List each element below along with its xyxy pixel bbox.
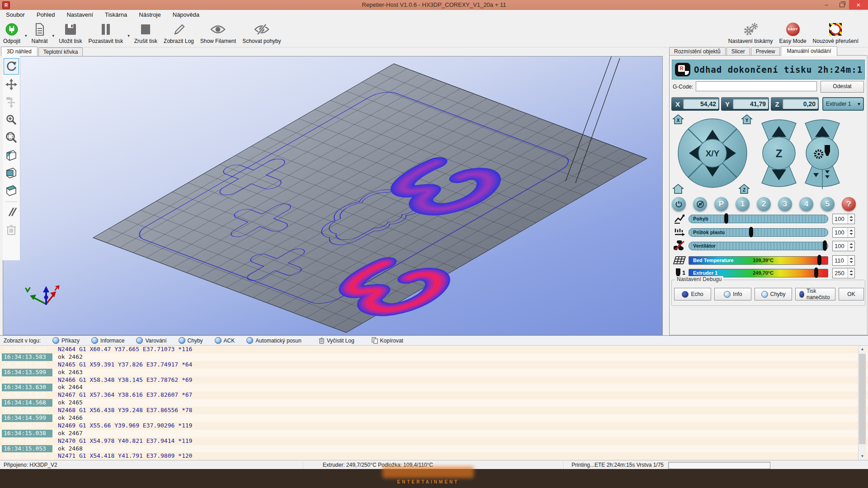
log-filter-toggle[interactable]: Varování [136,337,166,344]
front-view-button[interactable] [4,165,19,180]
debug-echo-button[interactable]: Echo [674,288,711,300]
log-row: 16:34:13.630 N2467 G1 X57.364 Y38.616 E3… [0,391,868,399]
extruder-select[interactable]: Extruder 1 ▾ [822,97,864,111]
flow-slider[interactable]: Průtok plastu [689,228,828,237]
emergency-stop-button[interactable]: Nouzové přerušení [810,20,862,47]
slider-thumb[interactable] [724,213,728,224]
help-button[interactable]: ? [842,197,856,211]
show-filament-button[interactable]: Show Filament [197,20,239,47]
xy-pad[interactable]: X/Y [678,119,747,188]
menu-soubor[interactable]: Soubor [0,10,31,20]
tab-slicer[interactable]: Slicer [726,47,750,56]
move-view-button[interactable] [4,77,19,92]
home-all-button[interactable] [673,184,683,193]
tab-3d-view[interactable]: 3D náhled [1,47,38,56]
temp-thumb[interactable] [814,267,818,278]
preset-5-button[interactable]: 5 [821,197,835,211]
scroll-down-icon[interactable]: ▼ [859,453,866,460]
temp-thumb[interactable] [817,255,821,265]
spinner-arrows[interactable] [848,241,854,251]
scroll-up-icon[interactable]: ▲ [859,346,866,353]
parallel-projection-button[interactable] [4,204,19,220]
extruder-control[interactable] [805,120,840,189]
pause-print-button[interactable]: Pozastavit tisk [85,20,126,47]
bed-temperature-bar[interactable]: Bed Temperature 109,39°C [689,256,828,265]
copy-log-button[interactable]: Kopírovat [372,337,403,344]
close-button[interactable]: × [849,0,868,9]
stop-print-button[interactable]: Zrušit tisk [131,20,160,47]
x-axis-label: X [672,100,683,108]
log-filter-toggle[interactable]: Informace [91,337,124,344]
printer-settings-button[interactable]: Nastavení tiskárny [725,20,776,47]
log-output[interactable]: 16:34:13.583 N2464 G1 X60.47 Y37.665 E37… [0,346,868,460]
slider-thumb[interactable] [749,227,753,237]
log-filter-toggle[interactable]: Chyby [179,337,203,344]
hide-travel-moves-button[interactable]: Schovat pohyby [239,20,284,47]
scrollbar-thumb[interactable] [859,354,866,444]
top-view-button[interactable] [4,183,19,198]
spinner-arrows[interactable] [848,228,854,237]
menu-napoveda[interactable]: Nápověda [167,10,205,20]
disconnect-button[interactable]: Odpojit [0,20,24,47]
log-timestamp: 16:34:13.630 [4,391,46,399]
tab-manual-control[interactable]: Manuální ovládání [781,46,837,56]
chevron-down-icon[interactable]: ▾ [126,33,131,38]
log-scrollbar[interactable]: ▲ ▼ [858,346,866,460]
spinner-arrows[interactable] [848,268,854,278]
chevron-down-icon[interactable]: ▾ [24,33,28,38]
show-log-button[interactable]: Zobrazit Log [160,20,197,47]
spinner-arrows[interactable] [848,214,854,224]
3d-viewport[interactable] [3,56,663,335]
speed-spinner[interactable]: 100 [832,214,855,224]
menu-nastaveni[interactable]: Nastavení [61,10,99,20]
park-button[interactable]: P [714,197,728,211]
fit-view-button[interactable] [4,130,19,145]
motors-off-button[interactable] [693,197,707,211]
home-y-button[interactable]: Y [742,115,752,124]
debug-ok-button[interactable]: OK [839,288,864,300]
speed-slider[interactable]: Pohyb [689,215,828,223]
debug-dry-run-button[interactable]: Tisk nanečisto [795,288,835,300]
power-button[interactable] [672,197,686,211]
move-object-button[interactable] [4,94,19,110]
preset-2-button[interactable]: 2 [757,197,771,211]
clear-log-button[interactable]: Vyčistit Log [319,337,354,344]
delete-object-button[interactable] [4,222,19,237]
save-print-button[interactable]: Uložit tisk [56,20,85,47]
debug-info-button[interactable]: Info [714,288,751,300]
load-button[interactable]: Nahrát [28,20,51,47]
home-z-button[interactable]: Z [739,184,749,193]
zoom-button[interactable] [4,112,19,127]
log-filter-toggle[interactable]: Příkazy [52,337,80,344]
z-control[interactable]: Z [762,120,796,187]
bed-temp-spinner[interactable]: 110 [832,255,855,266]
rotate-view-button[interactable] [4,58,19,75]
extruder-temp-spinner[interactable]: 250 [832,268,855,278]
tab-temperature-curve[interactable]: Teplotní křivka [38,47,83,56]
menu-tiskarna[interactable]: Tiskárna [99,10,133,20]
log-filter-toggle[interactable]: Automatický posun [246,337,301,344]
menu-nastroje[interactable]: Nástroje [133,10,166,20]
preset-3-button[interactable]: 3 [778,197,792,211]
tab-object-placement[interactable]: Rozmístění objektů [669,47,726,56]
spinner-arrows[interactable] [848,256,854,265]
log-filter-toggle[interactable]: ACK [215,337,235,344]
chevron-down-icon[interactable]: ▾ [51,33,56,38]
minimize-button[interactable]: – [819,0,834,9]
slider-thumb[interactable] [823,240,827,251]
fan-spinner[interactable]: 100 [832,241,855,251]
preset-4-button[interactable]: 4 [799,197,813,211]
isometric-view-button[interactable] [4,147,19,163]
send-gcode-button[interactable]: Odeslat [821,81,864,93]
easy-mode-button[interactable]: EASY Easy Mode [776,20,810,47]
home-x-button[interactable]: X [673,115,683,124]
fan-slider[interactable]: Ventilátor [689,242,828,250]
preset-1-button[interactable]: 1 [736,197,750,211]
gcode-input[interactable] [696,81,817,91]
debug-errors-button[interactable]: Chyby [755,288,792,300]
flow-spinner[interactable]: 100 [832,227,855,238]
log-row: 16:34:15.038 ok 2467 [0,430,868,437]
restore-button[interactable] [835,0,849,9]
menu-pohled[interactable]: Pohled [31,10,61,20]
tab-preview[interactable]: Preview [751,47,780,56]
